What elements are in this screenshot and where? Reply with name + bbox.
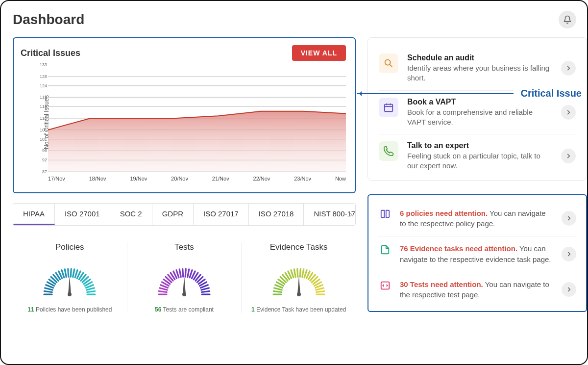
svg-line-40 bbox=[160, 288, 167, 290]
x-tick-label: 23/Nov bbox=[294, 176, 311, 182]
policies-attention-row[interactable]: 6 policies need attention. You can navig… bbox=[378, 201, 576, 237]
x-tick-label: 17/Nov bbox=[48, 176, 65, 182]
arrow-right-icon[interactable] bbox=[561, 105, 576, 120]
gauge-caption: 56 Tests are compliant bbox=[127, 306, 242, 313]
code-icon bbox=[378, 279, 392, 301]
y-tick-label: 133 bbox=[40, 62, 47, 67]
svg-point-91 bbox=[297, 292, 301, 296]
arrow-right-icon[interactable] bbox=[562, 211, 576, 226]
tab-soc-2[interactable]: SOC 2 bbox=[110, 204, 152, 225]
attention-text: 76 Evidence tasks need attention. You ca… bbox=[400, 243, 554, 265]
x-tick-label: 19/Nov bbox=[130, 176, 147, 182]
arrow-right-icon[interactable] bbox=[561, 61, 576, 76]
svg-line-49 bbox=[179, 269, 181, 277]
svg-line-23 bbox=[68, 269, 69, 277]
gauge-tests: Tests56 Tests are compliant bbox=[127, 242, 242, 313]
action-subtitle: Book for a comprehensive and reliable VA… bbox=[407, 107, 552, 128]
attention-text: 30 Tests need attention. You can navigat… bbox=[400, 279, 554, 301]
y-tick-label: 87 bbox=[42, 169, 47, 174]
svg-line-89 bbox=[316, 291, 324, 292]
y-tick-label: 124 bbox=[40, 83, 47, 88]
x-tick-label: 22/Nov bbox=[253, 176, 270, 182]
y-tick-label: 105 bbox=[40, 128, 47, 132]
x-tick-label: 21/Nov bbox=[212, 176, 229, 182]
svg-point-37 bbox=[68, 292, 72, 296]
gauge-title: Evidence Tasks bbox=[242, 242, 356, 252]
critical-issues-title: Critical Issues bbox=[21, 48, 80, 58]
calendar-icon bbox=[379, 98, 398, 117]
svg-line-22 bbox=[65, 269, 67, 277]
y-tick-label: 96 bbox=[42, 148, 47, 153]
svg-point-64 bbox=[182, 292, 186, 296]
evidence-attention-row[interactable]: 76 Evidence tasks need attention. You ca… bbox=[378, 236, 576, 272]
svg-line-13 bbox=[45, 288, 52, 290]
talk-to-expert-row[interactable]: Talk to an expert Feeling stuck on a par… bbox=[379, 134, 576, 178]
quick-actions-card: Schedule an audit Identify areas where y… bbox=[368, 37, 587, 181]
gauge-title: Policies bbox=[13, 242, 127, 252]
y-tick-label: 110 bbox=[40, 116, 47, 121]
document-icon bbox=[378, 243, 392, 265]
attention-card: 6 policies need attention. You can navig… bbox=[368, 194, 587, 313]
svg-line-62 bbox=[202, 291, 210, 292]
svg-line-21 bbox=[62, 270, 64, 278]
svg-line-26 bbox=[75, 270, 77, 278]
tab-hipaa[interactable]: HIPAA bbox=[13, 204, 55, 225]
y-tick-label: 115 bbox=[40, 104, 47, 109]
schedule-audit-row[interactable]: Schedule an audit Identify areas where y… bbox=[379, 47, 576, 91]
arrow-right-icon[interactable] bbox=[561, 149, 576, 163]
standards-tabs: HIPAAISO 27001SOC 2GDPRISO 27017ISO 2701… bbox=[13, 203, 356, 226]
x-tick-label: 20/Nov bbox=[171, 176, 188, 182]
tab-iso-27018[interactable]: ISO 27018 bbox=[249, 204, 304, 225]
tests-attention-row[interactable]: 30 Tests need attention. You can navigat… bbox=[378, 272, 576, 308]
svg-line-48 bbox=[176, 270, 179, 278]
svg-line-75 bbox=[291, 270, 294, 278]
search-icon bbox=[379, 53, 398, 73]
svg-line-12 bbox=[45, 291, 52, 292]
action-subtitle: Identify areas where your business is fa… bbox=[407, 63, 552, 83]
arrow-right-icon[interactable] bbox=[562, 247, 576, 261]
svg-line-67 bbox=[274, 288, 281, 290]
book-icon bbox=[378, 208, 392, 230]
action-title: Book a VAPT bbox=[407, 98, 552, 106]
view-all-button[interactable]: VIEW ALL bbox=[292, 45, 346, 61]
svg-line-77 bbox=[297, 269, 297, 277]
svg-line-93 bbox=[390, 64, 392, 67]
svg-line-34 bbox=[87, 288, 94, 290]
arrow-right-icon[interactable] bbox=[562, 282, 576, 297]
critical-issues-chart bbox=[48, 65, 346, 172]
y-tick-label: 119 bbox=[40, 95, 47, 100]
x-tick-label: Now bbox=[335, 176, 346, 182]
svg-line-35 bbox=[87, 291, 95, 292]
svg-line-50 bbox=[183, 269, 183, 277]
critical-issues-card: Critical Issues VIEW ALL No. of Critical… bbox=[13, 37, 356, 193]
gauge-title: Tests bbox=[127, 242, 242, 252]
y-tick-label: 128 bbox=[40, 74, 47, 79]
tab-nist-800-171[interactable]: NIST 800-171 bbox=[304, 204, 356, 225]
chevron-right-icon[interactable]: › bbox=[350, 210, 352, 219]
action-title: Schedule an audit bbox=[407, 53, 552, 62]
svg-line-24 bbox=[71, 269, 72, 277]
tab-gdpr[interactable]: GDPR bbox=[152, 204, 194, 225]
tab-iso-27001[interactable]: ISO 27001 bbox=[55, 204, 110, 225]
gauge-policies: Policies11 Policies have been published bbox=[13, 242, 127, 313]
svg-line-78 bbox=[300, 269, 300, 277]
action-title: Talk to an expert bbox=[407, 141, 552, 150]
y-tick-label: 92 bbox=[42, 157, 47, 162]
gauge-evidence-tasks: Evidence Tasks1 Evidence Task have been … bbox=[241, 242, 356, 313]
phone-icon bbox=[379, 141, 398, 161]
y-tick-label: 101 bbox=[40, 137, 47, 142]
svg-rect-94 bbox=[385, 104, 393, 111]
svg-line-88 bbox=[316, 288, 323, 290]
bell-icon bbox=[563, 15, 572, 24]
svg-line-80 bbox=[304, 270, 307, 278]
svg-line-76 bbox=[294, 269, 295, 277]
svg-line-51 bbox=[185, 269, 186, 277]
gauge-caption: 1 Evidence Task have been updated bbox=[242, 306, 356, 313]
book-vapt-row[interactable]: Book a VAPT Book for a comprehensive and… bbox=[379, 91, 576, 135]
notifications-button[interactable] bbox=[559, 11, 576, 28]
svg-line-39 bbox=[159, 291, 167, 292]
svg-line-79 bbox=[302, 269, 303, 277]
page-title: Dashboard bbox=[13, 12, 84, 27]
tab-iso-27017[interactable]: ISO 27017 bbox=[194, 204, 249, 225]
svg-line-25 bbox=[73, 269, 74, 277]
